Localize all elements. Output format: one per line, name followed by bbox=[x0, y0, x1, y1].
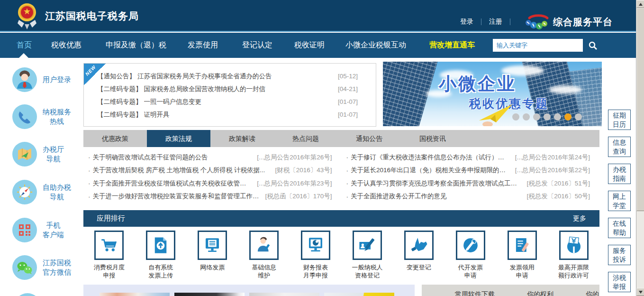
scrollbar-thumb[interactable] bbox=[636, 8, 644, 211]
carousel-dot[interactable] bbox=[575, 113, 582, 120]
scroll-down-button[interactable] bbox=[636, 288, 644, 296]
nav-item-tax-certificate[interactable]: 税收证明 bbox=[294, 40, 325, 50]
app-basic-info-maintenance[interactable]: 基础信息 维护 bbox=[238, 231, 290, 279]
footer-tabs: 常用软件下载 你的权利 你的义务 bbox=[422, 285, 599, 296]
footer-tab-software-download[interactable]: 常用软件下载 bbox=[455, 290, 495, 296]
app-online-invoice[interactable]: 网络发票 bbox=[187, 231, 238, 279]
apps-title: 应用排行 bbox=[97, 214, 125, 223]
12366-logo bbox=[525, 14, 549, 29]
register-link[interactable]: 注册 bbox=[489, 18, 502, 26]
sidebar-item-label: 手机 客户端 bbox=[43, 221, 64, 240]
map-icon bbox=[12, 142, 37, 166]
app-general-taxpayer-registration[interactable]: 一般纳税人 资格登记 bbox=[342, 231, 393, 279]
tab-hot-issues[interactable]: 热点问题 bbox=[274, 130, 337, 147]
policy-link[interactable]: 关于全面推进政务公开工作的意见 bbox=[351, 192, 522, 201]
sidebar-item-partial[interactable] bbox=[0, 292, 83, 296]
rail-button-online-school[interactable]: 网上 学堂 bbox=[608, 191, 631, 211]
carousel-dot[interactable] bbox=[512, 113, 519, 120]
idcard-pen-icon bbox=[357, 235, 377, 255]
tab-notices[interactable]: 通知公告 bbox=[337, 130, 401, 147]
news-category: 【二维码专题】 bbox=[97, 85, 142, 93]
nav-item-declare-pay[interactable]: 申报及缴（退）税 bbox=[106, 40, 166, 50]
policy-link[interactable]: 关于延长2016年出口退（免）税相关业务申报期限的公告 bbox=[351, 166, 510, 175]
brand: 江苏国税电子税务局 bbox=[16, 2, 139, 29]
sidebar-item-user-login[interactable]: 用户登录 bbox=[0, 65, 83, 94]
news-title: 国家税务总局致全国营改增纳税人的一封信 bbox=[144, 85, 332, 93]
hand-cursor-icon bbox=[409, 235, 429, 255]
scroll-up-button[interactable] bbox=[636, 0, 644, 8]
footer-photo[interactable] bbox=[100, 293, 170, 296]
rail-button-service-complaint[interactable]: 服务 投诉 bbox=[608, 245, 631, 265]
carousel-dot[interactable] bbox=[554, 113, 561, 120]
app-financial-statement-declare[interactable]: 财务报表 月季申报 bbox=[290, 231, 342, 279]
policy-link[interactable]: 关于认真学习贯彻李克强总理考察全面推开营改增试点工作时... bbox=[351, 179, 522, 188]
carousel-dot-active[interactable] bbox=[564, 113, 571, 120]
app-label: 变更登记 bbox=[407, 263, 431, 271]
policy-link[interactable]: 关于营改增后契税 房产税 土地增值税 个人所得税 计税依据... bbox=[93, 166, 271, 175]
banner-title: 小微企业 bbox=[439, 72, 517, 96]
bullet: · bbox=[346, 180, 349, 187]
sidebar-item-mobile-app[interactable]: 手机 客户端 bbox=[0, 216, 83, 244]
sidebar-item-service-hotline[interactable]: 纳税服务 热线 bbox=[0, 102, 83, 131]
news-date: [04-21] bbox=[338, 85, 358, 92]
login-link[interactable]: 登录 bbox=[460, 18, 473, 26]
carousel-dot[interactable] bbox=[533, 113, 540, 120]
policy-col-right: · 关于修订《重大税收违法案件信息公布办法（试行）》的公告 [...总局公告20… bbox=[342, 151, 600, 207]
divider bbox=[481, 18, 481, 25]
tab-policy-interpretation[interactable]: 政策解读 bbox=[210, 130, 274, 147]
footer-photo[interactable] bbox=[249, 293, 319, 296]
rail-button-collection-calendar[interactable]: 征期 日历 bbox=[608, 110, 631, 130]
policy-ref: [...总局公告2016年第26号] bbox=[257, 153, 332, 162]
apps-more-link[interactable]: 更多 bbox=[573, 214, 586, 223]
policy-item: · 关于全面推开营业税改征增值税试点有关税收征收管理事项的... [...总局公… bbox=[88, 177, 332, 190]
app-label: 网络发票 bbox=[200, 263, 225, 271]
rail-button-tax-report[interactable]: 涉税 举报 bbox=[608, 272, 631, 292]
news-item[interactable]: 【二维码专题】 一照一码户信息变更 [01-07] bbox=[97, 95, 358, 108]
policy-link[interactable]: 关于明确营改增试点若干征管问题的公告 bbox=[93, 153, 253, 162]
rail-button-online-help[interactable]: 在线 帮助 bbox=[608, 218, 631, 238]
nav-item-vat-express[interactable]: 营改增直通车 bbox=[429, 40, 475, 50]
carousel-dot[interactable] bbox=[523, 113, 530, 120]
tab-tax-news[interactable]: 国税资讯 bbox=[401, 130, 464, 147]
app-consumption-tax-monthly[interactable]: 消费税月度 申报 bbox=[83, 231, 135, 279]
nav-item-invoice-use[interactable]: 发票使用 bbox=[188, 40, 218, 50]
tab-policy-regulations[interactable]: 政策法规 bbox=[147, 130, 210, 147]
policy-col-left: · 关于明确营改增试点若干征管问题的公告 [...总局公告2016年第26号] … bbox=[83, 151, 342, 207]
site-title: 江苏国税电子税务局 bbox=[45, 9, 139, 23]
qrcode-icon bbox=[12, 218, 37, 242]
sidebar-item-tax-hall-nav[interactable]: 办税厅 导航 bbox=[0, 140, 83, 168]
footer-tab-your-obligations[interactable]: 你的义务 bbox=[586, 290, 599, 296]
rail-button-tax-guide[interactable]: 办税 指南 bbox=[608, 164, 631, 184]
bullet: · bbox=[88, 193, 91, 200]
sidebar-item-selfservice-nav[interactable]: 自助办税 导航 bbox=[0, 178, 83, 206]
app-own-system-invoice-upload[interactable]: 自有系统 发票上传 bbox=[135, 231, 187, 279]
app-icon-box bbox=[146, 231, 175, 260]
rail-button-info-query[interactable]: 信息 查询 bbox=[608, 137, 631, 157]
footer-tab-your-rights[interactable]: 你的权利 bbox=[527, 290, 553, 296]
app-invoice-issue-on-behalf[interactable]: 代开发票 申请 bbox=[444, 231, 496, 279]
app-change-registration[interactable]: 变更登记 bbox=[393, 231, 444, 279]
app-invoice-collection[interactable]: 发票领用 申请 bbox=[496, 231, 548, 279]
news-item[interactable]: 【二维码专题】 国家税务总局致全国营改增纳税人的一封信 [04-21] bbox=[97, 83, 358, 95]
apps-header-bar: 应用排行 更多 bbox=[83, 210, 599, 227]
footer-photo[interactable] bbox=[174, 293, 245, 296]
app-max-invoice-limit-permit[interactable]: 最高开票限 额行政许可 bbox=[548, 231, 599, 279]
policy-link[interactable]: 关于修订《重大税收违法案件信息公布办法（试行）》的公告 bbox=[351, 153, 510, 162]
promo-banner[interactable]: 小微企业 税收优惠专题 bbox=[383, 62, 602, 126]
circle-icon bbox=[14, 293, 41, 296]
policy-link[interactable]: 关于全面推开营业税改征增值税试点有关税收征收管理事项的... bbox=[93, 179, 253, 188]
nav-item-registration[interactable]: 登记认定 bbox=[242, 40, 272, 50]
nav-item-micro-enterprise[interactable]: 小微企业税银互动 bbox=[345, 40, 406, 50]
news-item[interactable]: 【二维码专题】 证明开具 [01-07] bbox=[97, 108, 358, 121]
bullet: · bbox=[346, 193, 349, 200]
news-item[interactable]: 【通知公告】 江苏省国家税务局关于办税事项全省通办的公告 [05-12] bbox=[97, 70, 358, 83]
carousel-dot[interactable] bbox=[544, 113, 551, 120]
nav-item-home[interactable]: 首页 bbox=[17, 40, 32, 50]
nav-item-tax-incentives[interactable]: 税收优惠 bbox=[51, 40, 82, 50]
search-button[interactable] bbox=[587, 39, 599, 52]
tab-preferential-policy[interactable]: 优惠政策 bbox=[83, 130, 147, 147]
footer-photo[interactable] bbox=[324, 293, 394, 296]
search-input[interactable] bbox=[493, 39, 583, 52]
policy-link[interactable]: 关于进一步做好营改增税控装置安装服务和监督管理工作有关... bbox=[93, 192, 261, 201]
sidebar-item-official-wechat[interactable]: 江苏国税 官方微信 bbox=[0, 253, 83, 282]
